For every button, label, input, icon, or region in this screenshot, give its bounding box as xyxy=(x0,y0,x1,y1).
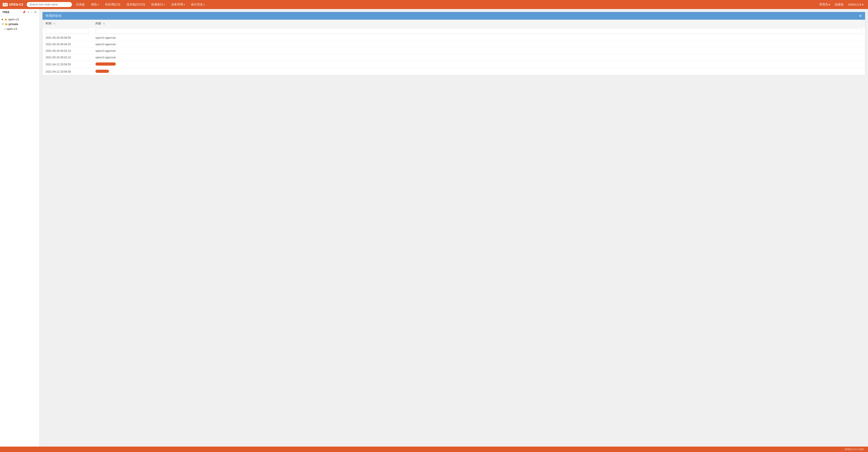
filter-time-input[interactable] xyxy=(46,29,89,33)
folder-icon: 🖿 xyxy=(4,18,7,21)
table-row: 2021-04-12 20:56:08 xyxy=(42,68,865,76)
sidebar: TREE 📌 + − ↻ ▶ 🖿 open-c3 ▼ 🖿 private xyxy=(0,9,39,447)
cell-time: 2021-05-26 00:02:10 xyxy=(42,48,92,54)
tree-node-label: private xyxy=(9,22,18,26)
nav-item-quick-exec[interactable]: 快速执行 ▾ xyxy=(149,0,167,9)
red-badge xyxy=(95,70,109,73)
tree-node-label: open-c3 xyxy=(6,27,17,31)
nav-item-co[interactable]: 轻应用[CO] xyxy=(103,0,122,9)
cell-content: openc3 approval xyxy=(92,48,865,54)
arrow-icon: ▼ xyxy=(2,23,4,25)
tree-toolbar: 📌 + − ↻ xyxy=(22,10,37,14)
add-icon[interactable]: + xyxy=(27,10,30,14)
search-input[interactable] xyxy=(27,2,72,7)
cell-content xyxy=(92,68,865,76)
pin-icon[interactable]: 📌 xyxy=(22,10,26,14)
nav-item-exec-history[interactable]: 执行历史 ▾ xyxy=(189,0,207,9)
sidebar-header: TREE 📌 + − ↻ xyxy=(0,9,39,16)
table-row: 2021-04-12 20:56:53 xyxy=(42,61,865,68)
tree-node-label: open-c3 xyxy=(8,18,19,21)
col-header-content[interactable]: 内容 ⇅ xyxy=(92,20,865,28)
col-header-time[interactable]: 时间 ⇅ xyxy=(42,20,92,28)
nav-item-biz-manage[interactable]: 业务管理 ▾ xyxy=(169,0,187,9)
cell-content xyxy=(92,61,865,68)
nav-admin[interactable]: 管理员 ▾ xyxy=(817,0,832,9)
footer-text: OPEN-C3 © 2021 xyxy=(844,448,864,451)
chevron-down-icon: ▾ xyxy=(829,3,830,6)
table-row: 2021-05-26 00:08:55openc3 approval xyxy=(42,35,865,41)
file-icon: ≡ xyxy=(4,28,5,30)
chevron-down-icon: ▾ xyxy=(204,3,205,6)
panel-title: 给我的短信 xyxy=(46,14,62,18)
sort-icon: ⇅ xyxy=(103,22,105,25)
tree-node-open-c3-root[interactable]: ▶ 🖿 open-c3 xyxy=(0,17,39,22)
cell-time: 2021-05-26 00:04:25 xyxy=(42,41,92,48)
chevron-down-icon: ▾ xyxy=(862,3,864,6)
gear-icon[interactable]: ⚙ xyxy=(859,14,862,18)
main-content: 给我的短信 ⚙ 时间 ⇅ 内容 ⇅ xyxy=(39,9,868,447)
chevron-down-icon: ▾ xyxy=(164,3,165,6)
cell-time: 2021-05-26 00:08:55 xyxy=(42,35,92,41)
table-row: 2021-05-26 00:02:10openc3 approval xyxy=(42,48,865,54)
cell-time: 2021-04-12 20:56:08 xyxy=(42,68,92,76)
app-title: OPEN-C3 xyxy=(9,3,23,6)
panel-header: 给我的短信 ⚙ xyxy=(42,12,865,20)
logo-icon: C3 xyxy=(3,3,8,6)
footer: OPEN-C3 © 2021 xyxy=(0,447,868,452)
filter-content-input[interactable] xyxy=(95,29,862,33)
table-row: 2021-05-26 00:02:10openc3 approval xyxy=(42,54,865,61)
cell-time: 2021-05-26 00:02:10 xyxy=(42,54,92,61)
cell-time: 2021-04-12 20:56:53 xyxy=(42,61,92,68)
tree-content: ▶ 🖿 open-c3 ▼ 🖿 private ≡ open-c3 xyxy=(0,16,39,33)
nav-open-c3[interactable]: OPEN-C3 ▾ xyxy=(846,0,865,9)
cell-content: openc3 approval xyxy=(92,41,865,48)
top-navigation: C3 OPEN-C3 仪表盘 报告 ▾ 轻应用[CO] 流水线[CI/CD] 快… xyxy=(0,0,868,9)
nav-item-reports[interactable]: 报告 ▾ xyxy=(89,0,101,9)
tree-label: TREE xyxy=(2,11,21,14)
main-layout: TREE 📌 + − ↻ ▶ 🖿 open-c3 ▼ 🖿 private xyxy=(0,9,868,447)
cell-content: openc3 approval xyxy=(92,35,865,41)
tree-node-open-c3-child[interactable]: ≡ open-c3 xyxy=(0,27,39,31)
folder-icon: 🖿 xyxy=(5,23,8,26)
nav-item-cicd[interactable]: 流水线[CI/CD] xyxy=(124,0,147,9)
sort-icon: ⇅ xyxy=(53,22,55,25)
filter-row xyxy=(42,28,865,35)
red-badge xyxy=(95,62,116,66)
nav-connector[interactable]: 连接器 xyxy=(833,0,845,9)
chevron-down-icon: ▾ xyxy=(98,3,99,6)
messages-table: 时间 ⇅ 内容 ⇅ xyxy=(42,20,865,75)
minus-icon[interactable]: − xyxy=(31,10,33,14)
app-logo[interactable]: C3 OPEN-C3 xyxy=(3,3,23,6)
tree-node-private[interactable]: ▼ 🖿 private xyxy=(0,22,39,27)
refresh-icon[interactable]: ↻ xyxy=(34,10,37,14)
chevron-down-icon: ▾ xyxy=(184,3,185,6)
nav-right-section: 管理员 ▾ 连接器 OPEN-C3 ▾ xyxy=(817,0,865,9)
messages-panel: 给我的短信 ⚙ 时间 ⇅ 内容 ⇅ xyxy=(42,12,865,76)
cell-content: openc3 approval xyxy=(92,54,865,61)
table-row: 2021-05-26 00:04:25openc3 approval xyxy=(42,41,865,48)
panel-body: 时间 ⇅ 内容 ⇅ xyxy=(42,20,865,75)
nav-item-dashboard[interactable]: 仪表盘 xyxy=(74,0,87,9)
arrow-icon: ▶ xyxy=(2,18,4,21)
